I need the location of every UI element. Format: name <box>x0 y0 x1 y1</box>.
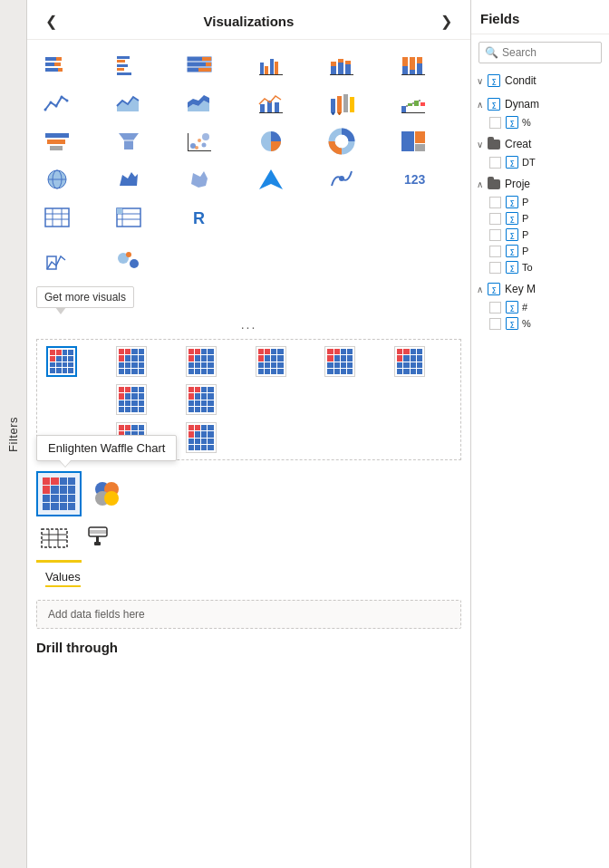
viz-icon-table-grid[interactable] <box>36 199 78 236</box>
viz-icon-100pct-bar[interactable] <box>179 47 220 83</box>
svg-rect-67 <box>50 146 63 150</box>
field-checkbox-pct-1[interactable] <box>489 117 501 129</box>
field-group-dynamic: ∧ ∑ Dynam ∑ % <box>471 94 609 134</box>
waffle-icon-1[interactable] <box>41 343 82 380</box>
viz-icon-treemap[interactable] <box>392 123 434 159</box>
fields-search-box[interactable]: 🔍 <box>478 42 602 63</box>
field-item-p4[interactable]: ∑ P <box>471 243 609 259</box>
svg-rect-4 <box>45 68 58 72</box>
viz-icon-area[interactable] <box>108 85 150 121</box>
viz-icon-line[interactable] <box>36 85 78 121</box>
viz-icon-waterfall[interactable] <box>392 85 434 121</box>
viz-icon-clustered-bar[interactable] <box>108 47 150 83</box>
viz-icon-100pct-col[interactable] <box>392 47 434 83</box>
svg-rect-15 <box>188 63 206 66</box>
field-item-dt[interactable]: ∑ DT <box>471 154 609 170</box>
viz-next-button[interactable]: ❯ <box>435 11 458 32</box>
viz-icon-matrix[interactable] <box>108 199 150 236</box>
field-group-keym: ∧ ∑ Key M ∑ # ∑ % <box>471 279 609 335</box>
calc-icon-2: ∑ <box>487 97 501 111</box>
viz-icon-navigation-arrow[interactable] <box>250 161 292 198</box>
viz-icon-custom-2[interactable] <box>108 243 150 279</box>
field-checkbox-to[interactable] <box>489 262 501 274</box>
viz-icon-funnel[interactable] <box>108 123 150 159</box>
viz-icon-filled-map[interactable] <box>108 161 150 198</box>
viz-icon-scatter[interactable] <box>179 123 220 159</box>
waffle-icon-9[interactable] <box>180 381 222 418</box>
field-checkbox-p1[interactable] <box>489 197 501 208</box>
viz-icon-analytics[interactable] <box>321 161 362 198</box>
viz-icon-bar-chart2[interactable] <box>36 123 78 159</box>
waffle-icon-2[interactable] <box>111 343 152 380</box>
waffle-icon-15[interactable] <box>180 420 222 456</box>
viz-icon-custom-1[interactable] <box>36 243 78 279</box>
field-checkbox-hash[interactable] <box>489 302 501 313</box>
field-checkbox-pct-2[interactable] <box>489 318 501 330</box>
svg-rect-97 <box>117 208 122 214</box>
svg-marker-56 <box>337 112 342 115</box>
field-item-p1[interactable]: ∑ P <box>471 194 609 210</box>
field-name-p3: P <box>522 229 528 240</box>
field-calc-icon-p3: ∑ <box>506 228 518 241</box>
waffle-icon-5[interactable] <box>319 343 361 380</box>
viz-icon-stacked-area[interactable] <box>179 85 220 121</box>
viz-icon-donut[interactable] <box>321 123 362 159</box>
viz-icon-pie[interactable] <box>250 123 292 159</box>
field-checkbox-dt[interactable] <box>489 157 501 169</box>
viz-icon-stacked-col[interactable] <box>321 47 362 83</box>
svg-rect-19 <box>198 68 211 72</box>
selected-waffle-icon[interactable] <box>36 471 82 516</box>
get-more-visuals-button[interactable]: Get more visuals <box>36 286 134 308</box>
svg-point-41 <box>55 105 58 108</box>
waffle-icon-8[interactable] <box>111 381 152 418</box>
field-group-keym-header[interactable]: ∧ ∑ Key M <box>471 279 609 299</box>
add-data-field-area[interactable]: Add data fields here <box>36 600 461 629</box>
table-format-icon[interactable] <box>36 520 72 556</box>
chevron-up-icon-2: ∧ <box>477 179 483 189</box>
viz-icon-clustered-col[interactable] <box>250 47 292 83</box>
viz-icon-r-visual[interactable]: R <box>179 199 220 236</box>
waffle-icon-10 <box>250 381 292 418</box>
waffle-icon-17 <box>319 420 361 456</box>
waffle-icon-3[interactable] <box>180 343 222 380</box>
svg-point-42 <box>61 96 63 99</box>
field-group-project-header[interactable]: ∧ Proje <box>471 174 609 194</box>
waffle-icon-6[interactable] <box>389 343 430 380</box>
field-item-pct-2[interactable]: ∑ % <box>471 315 609 332</box>
viz-icon-line-clustered-col[interactable] <box>250 85 292 121</box>
selected-viz-row <box>27 464 470 520</box>
paint-roller-icon[interactable] <box>80 520 116 556</box>
field-name-dt: DT <box>522 157 536 168</box>
filters-tab[interactable]: Filters <box>0 0 27 868</box>
field-item-p3[interactable]: ∑ P <box>471 227 609 243</box>
viz-icon-shape-map[interactable] <box>179 161 220 198</box>
field-group-dynamic-header[interactable]: ∧ ∑ Dynam <box>471 94 609 114</box>
svg-rect-3 <box>54 63 61 66</box>
waffle-icon-11 <box>319 381 361 418</box>
folder-icon-project <box>487 177 501 191</box>
selected-viz-underline <box>36 560 82 563</box>
svg-rect-47 <box>260 104 265 112</box>
svg-rect-88 <box>45 208 69 227</box>
fields-search-input[interactable] <box>502 46 595 59</box>
svg-rect-49 <box>275 102 279 112</box>
field-checkbox-p3[interactable] <box>489 229 501 241</box>
waffle-icon-4[interactable] <box>250 343 292 380</box>
field-group-conditional-header[interactable]: ∨ ∑ Condit <box>471 71 609 91</box>
svg-point-73 <box>195 146 198 149</box>
fields-panel: Fields 🔍 ∨ ∑ Condit ∧ ∑ Dynam ∑ % <box>471 0 609 868</box>
color-palette-icon[interactable] <box>89 476 125 512</box>
field-name-p1: P <box>522 197 528 207</box>
field-item-pct-1[interactable]: ∑ % <box>471 114 609 130</box>
viz-prev-button[interactable]: ❮ <box>40 11 63 32</box>
field-item-to[interactable]: ∑ To <box>471 259 609 275</box>
viz-icon-stacked-bar[interactable] <box>36 47 78 83</box>
field-item-p2[interactable]: ∑ P <box>471 210 609 227</box>
field-item-hash[interactable]: ∑ # <box>471 299 609 315</box>
field-checkbox-p2[interactable] <box>489 213 501 225</box>
field-checkbox-p4[interactable] <box>489 246 501 257</box>
field-group-created-header[interactable]: ∨ Creat <box>471 134 609 154</box>
viz-icon-ribbon[interactable] <box>321 85 362 121</box>
viz-icon-map[interactable] <box>36 161 78 198</box>
viz-icon-number-tile[interactable]: 123 <box>392 161 434 198</box>
